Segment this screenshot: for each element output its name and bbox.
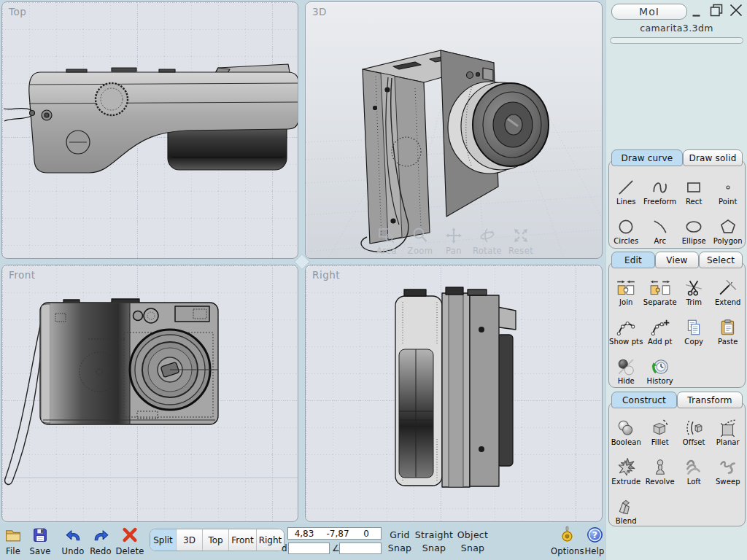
tool-freeform[interactable]: Freeform — [643, 166, 678, 206]
tool-paste[interactable]: Paste — [711, 306, 746, 346]
view-button-right[interactable]: Right — [257, 529, 284, 551]
undo-button[interactable]: Undo — [58, 526, 88, 556]
tool-blend[interactable]: Blend — [609, 486, 643, 525]
tool-label: Lines — [616, 198, 636, 206]
view-button-top[interactable]: Top — [203, 529, 229, 551]
tool-join[interactable]: Join — [609, 267, 643, 306]
tool-loft[interactable]: Loft — [677, 446, 711, 486]
offset-icon — [684, 419, 703, 438]
distance-input[interactable] — [288, 542, 330, 554]
add-point-icon — [650, 318, 670, 337]
tool-add-pt[interactable]: Add pt — [643, 306, 678, 346]
reset-view-control[interactable]: Reset — [508, 226, 534, 256]
tool-extend[interactable]: Extend — [711, 267, 746, 306]
tool-label: Boolean — [611, 438, 641, 446]
tab-edit[interactable]: Edit — [611, 252, 655, 268]
options-button[interactable]: Options — [551, 526, 583, 556]
tab-draw-curve[interactable]: Draw curve — [611, 149, 683, 166]
rotate-control[interactable]: Rotate — [474, 226, 500, 256]
view-button-front[interactable]: Front — [229, 529, 257, 551]
tool-label: Freeform — [643, 198, 676, 206]
viewport-right-label[interactable]: Right — [312, 269, 340, 281]
moi-application-window: Top — [0, 0, 747, 560]
viewport-3d[interactable]: 3D Area Zoom — [305, 1, 603, 259]
straight-snap-line1: Straight — [411, 529, 457, 542]
tool-separate[interactable]: Separate — [643, 267, 678, 306]
tab-transform[interactable]: Transform — [677, 392, 743, 408]
tool-ellipse[interactable]: Ellipse — [677, 206, 711, 245]
tool-offset[interactable]: Offset — [677, 407, 711, 446]
draw-tool-panel: Lines Freeform Rect — [608, 160, 746, 249]
save-button[interactable]: Save — [26, 526, 55, 556]
file-button[interactable]: File — [0, 526, 28, 556]
tool-hide[interactable]: Hide — [609, 346, 643, 385]
tab-construct[interactable]: Construct — [611, 392, 677, 408]
delete-button[interactable]: Delete — [115, 526, 144, 556]
object-snap-line2: Snap — [452, 542, 493, 555]
threed-view-camera-drawing — [306, 2, 603, 259]
area-zoom-control[interactable]: Area — [374, 226, 400, 256]
tool-copy[interactable]: Copy — [677, 306, 711, 346]
tool-boolean[interactable]: Boolean — [609, 407, 643, 446]
tool-label: Circles — [614, 237, 638, 245]
tool-show-pts[interactable]: Show pts — [609, 306, 643, 346]
restore-window-icon[interactable] — [708, 3, 724, 18]
tool-label: Copy — [684, 338, 703, 346]
straight-snap-toggle[interactable]: Straight Snap — [411, 529, 457, 555]
tool-label: Ellipse — [682, 237, 706, 245]
zoom-control[interactable]: Zoom — [407, 226, 433, 256]
tool-label: Loft — [687, 478, 701, 486]
tool-circles[interactable]: Circles — [609, 206, 643, 245]
tool-label: Fillet — [651, 438, 669, 446]
viewport-3d-nav-controls: Area Zoom — [374, 226, 534, 256]
viewport-top-label[interactable]: Top — [9, 6, 26, 18]
viewport-mode-button-group: Split 3D Top Front Right — [150, 529, 285, 551]
viewport-front[interactable]: Front — [1, 265, 298, 522]
help-label: Help — [581, 546, 608, 556]
loft-icon — [684, 458, 703, 477]
arc-icon — [651, 217, 670, 236]
tool-revolve[interactable]: Revolve — [643, 446, 678, 486]
tab-view[interactable]: View — [655, 252, 699, 268]
tab-select[interactable]: Select — [699, 252, 743, 268]
tab-draw-solid[interactable]: Draw solid — [683, 149, 743, 166]
tool-fillet[interactable]: Fillet — [643, 407, 678, 446]
tool-polygon[interactable]: Polygon — [711, 206, 746, 245]
paste-clipboard-icon — [719, 318, 738, 337]
tool-lines[interactable]: Lines — [609, 166, 643, 206]
tool-label: Polygon — [713, 237, 743, 245]
viewport-front-label[interactable]: Front — [9, 269, 36, 281]
document-filename: camarita3.3dm — [606, 23, 747, 34]
redo-button[interactable]: Redo — [86, 526, 115, 556]
tool-rect[interactable]: Rect — [677, 166, 711, 206]
tool-label: Show pts — [609, 338, 643, 346]
angle-input[interactable] — [339, 542, 382, 554]
view-button-split[interactable]: Split — [150, 529, 177, 551]
tool-history[interactable]: History — [643, 346, 678, 385]
app-menu-button[interactable]: MoI — [611, 4, 687, 20]
reset-icon — [511, 226, 530, 245]
viewport-top[interactable]: Top — [1, 1, 298, 259]
tool-sweep[interactable]: Sweep — [711, 446, 746, 486]
rotate-label: Rotate — [473, 246, 502, 256]
tool-planar[interactable]: Planar — [711, 407, 746, 446]
circles-icon — [616, 217, 635, 236]
options-label: Options — [551, 546, 583, 556]
tool-extrude[interactable]: Extrude — [609, 446, 643, 486]
area-icon — [377, 226, 396, 245]
tool-point[interactable]: Point — [711, 166, 746, 206]
object-snap-toggle[interactable]: Object Snap — [452, 529, 493, 555]
tool-trim[interactable]: Trim — [677, 267, 711, 306]
viewport-3d-label[interactable]: 3D — [312, 6, 327, 18]
coordinate-readout[interactable]: 4,83 -7,87 0 — [287, 527, 382, 540]
close-window-icon[interactable] — [728, 3, 744, 18]
tool-arc[interactable]: Arc — [643, 206, 678, 245]
minimize-icon[interactable] — [691, 7, 703, 18]
coordinate-z: 0 — [355, 529, 377, 539]
view-button-3d[interactable]: 3D — [177, 529, 203, 551]
tool-label: Paste — [718, 338, 738, 346]
help-icon: ? — [586, 526, 604, 544]
pan-control[interactable]: Pan — [441, 226, 467, 256]
viewport-right[interactable]: Right — [305, 265, 603, 522]
help-button[interactable]: ? Help — [581, 526, 608, 556]
